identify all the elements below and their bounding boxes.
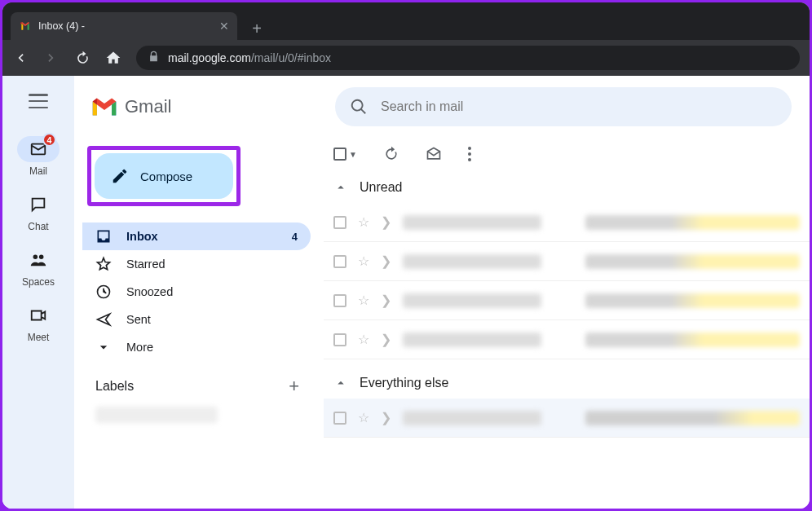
rail-item-mail[interactable]: 4 Mail <box>14 136 63 177</box>
compose-highlight: Compose <box>87 146 241 206</box>
nav-reload-icon[interactable] <box>74 51 90 66</box>
row-checkbox[interactable] <box>333 216 346 229</box>
important-marker-icon[interactable]: ❯ <box>381 332 391 347</box>
important-marker-icon[interactable]: ❯ <box>381 253 391 269</box>
compose-button[interactable]: Compose <box>95 153 233 199</box>
compose-label: Compose <box>140 170 192 183</box>
message-pane: ▼ Unread <box>319 130 810 509</box>
chat-icon <box>29 196 47 214</box>
envelope-open-icon <box>426 146 442 162</box>
lock-icon <box>148 51 160 65</box>
chevron-down-icon <box>95 339 112 355</box>
star-icon[interactable]: ☆ <box>358 293 369 308</box>
nav-inbox[interactable]: Inbox 4 <box>82 222 311 250</box>
subject-redacted <box>585 215 800 230</box>
url-text: mail.google.com/mail/u/0/#inbox <box>168 51 331 64</box>
nav-starred[interactable]: Starred <box>82 250 311 278</box>
message-row[interactable]: ☆ ❯ <box>324 399 810 438</box>
labels-heading: Labels <box>95 379 134 394</box>
nav-label: Starred <box>126 258 165 271</box>
rail-item-chat[interactable]: Chat <box>14 192 63 232</box>
message-row[interactable]: ☆ ❯ <box>324 320 810 359</box>
sender-redacted <box>403 333 541 347</box>
nav-more[interactable]: More <box>82 333 311 361</box>
nav-snoozed[interactable]: Snoozed <box>82 278 311 306</box>
gmail-logo-icon <box>90 96 118 117</box>
subject-redacted <box>585 254 800 269</box>
send-icon <box>95 311 112 328</box>
subject-redacted <box>585 293 800 308</box>
select-all-checkbox[interactable]: ▼ <box>333 148 357 161</box>
rail-item-meet[interactable]: Meet <box>14 302 63 343</box>
tab-strip: Inbox (4) - ✕ + <box>2 2 810 40</box>
important-marker-icon[interactable]: ❯ <box>381 410 391 425</box>
section-else-header[interactable]: Everything else <box>324 372 810 399</box>
app-rail: 4 Mail Chat Spaces Meet <box>2 76 74 509</box>
star-icon[interactable]: ☆ <box>358 253 369 269</box>
add-label-button[interactable]: + <box>289 376 299 397</box>
label-item-redacted[interactable] <box>95 407 218 423</box>
address-bar[interactable]: mail.google.com/mail/u/0/#inbox <box>136 46 800 70</box>
section-unread-header[interactable]: Unread <box>324 177 810 203</box>
message-row[interactable]: ☆ ❯ <box>324 242 810 281</box>
star-icon <box>95 256 112 272</box>
section-title: Everything else <box>360 376 448 390</box>
gmail-header: Gmail <box>74 84 810 130</box>
mark-read-button[interactable] <box>426 146 442 162</box>
sender-redacted <box>403 254 541 269</box>
labels-heading-row: Labels + <box>82 376 311 397</box>
important-marker-icon[interactable]: ❯ <box>381 293 391 308</box>
checkbox-icon <box>333 148 346 161</box>
section-title: Unread <box>360 180 402 195</box>
row-checkbox[interactable] <box>333 294 346 307</box>
sidebar: Compose Inbox 4 Starred <box>74 130 319 509</box>
nav-label: Inbox <box>126 230 158 243</box>
folder-nav: Inbox 4 Starred Snoozed <box>82 222 311 361</box>
gmail-favicon <box>19 20 32 33</box>
row-checkbox[interactable] <box>333 255 346 268</box>
important-marker-icon[interactable]: ❯ <box>381 214 391 230</box>
nav-label: More <box>126 341 153 354</box>
search-icon <box>350 98 368 116</box>
nav-sent[interactable]: Sent <box>82 306 311 333</box>
message-row[interactable]: ☆ ❯ <box>324 281 810 320</box>
nav-label: Sent <box>126 313 151 326</box>
search-bar[interactable] <box>335 87 792 126</box>
browser-toolbar: mail.google.com/mail/u/0/#inbox <box>2 40 810 76</box>
new-tab-button[interactable]: + <box>245 17 268 40</box>
nav-back-icon[interactable] <box>12 50 29 66</box>
nav-label: Snoozed <box>126 285 173 298</box>
chevron-up-icon <box>333 180 348 195</box>
pencil-icon <box>111 167 129 185</box>
search-input[interactable] <box>381 99 777 114</box>
product-name: Gmail <box>125 96 171 117</box>
caret-down-icon: ▼ <box>349 150 357 159</box>
more-actions-button[interactable] <box>468 147 471 161</box>
main-menu-icon[interactable] <box>29 94 48 108</box>
close-tab-icon[interactable]: ✕ <box>219 20 229 33</box>
meet-icon <box>29 306 47 324</box>
chevron-up-icon <box>333 376 348 390</box>
nav-forward-icon[interactable] <box>43 50 60 66</box>
star-icon[interactable]: ☆ <box>358 410 369 425</box>
spaces-icon <box>29 251 47 269</box>
sender-redacted <box>403 293 541 308</box>
rail-label: Mail <box>29 165 47 177</box>
sender-redacted <box>403 215 541 230</box>
browser-tab[interactable]: Inbox (4) - ✕ <box>11 12 237 40</box>
svg-point-0 <box>33 255 38 260</box>
refresh-icon <box>383 146 399 162</box>
tab-title: Inbox (4) - <box>38 20 213 32</box>
mail-badge: 4 <box>42 133 56 147</box>
row-checkbox[interactable] <box>333 412 346 425</box>
star-icon[interactable]: ☆ <box>358 332 369 347</box>
nav-home-icon[interactable] <box>105 50 121 66</box>
gmail-logo[interactable]: Gmail <box>90 96 319 117</box>
row-checkbox[interactable] <box>333 333 346 346</box>
refresh-button[interactable] <box>383 146 399 162</box>
list-toolbar: ▼ <box>324 146 810 177</box>
message-row[interactable]: ☆ ❯ <box>324 203 810 242</box>
star-icon[interactable]: ☆ <box>358 214 369 230</box>
rail-item-spaces[interactable]: Spaces <box>14 247 63 288</box>
clock-icon <box>95 284 112 300</box>
